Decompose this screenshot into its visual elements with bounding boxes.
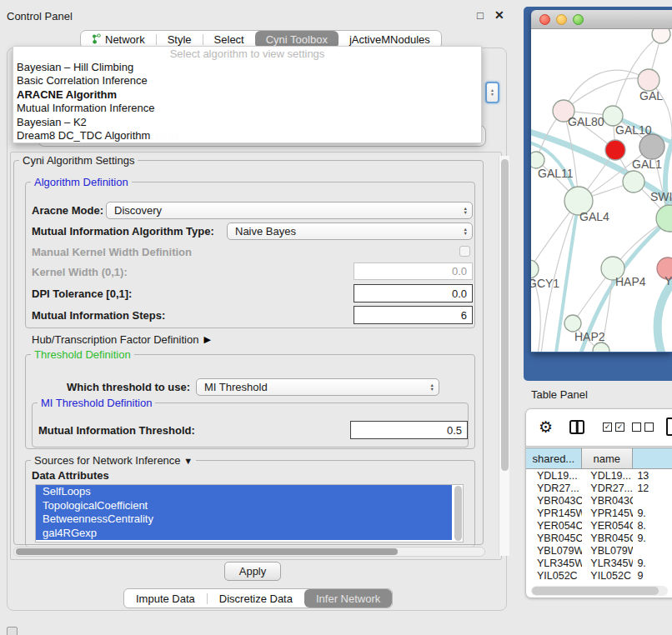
tab-impute-data-label: Impute Data bbox=[136, 592, 195, 605]
data-attributes-label: Data Attributes bbox=[32, 468, 109, 482]
checkbox-unchecked-icon[interactable] bbox=[632, 422, 641, 432]
attribute-list-scrollbar[interactable] bbox=[454, 486, 462, 541]
cell-name: YLR345W bbox=[582, 558, 633, 569]
mi-algorithm-type-value: Naive Bayes bbox=[235, 225, 296, 238]
algorithm-definition-title: Algorithm Definition bbox=[31, 176, 132, 188]
mi-threshold-label: Mutual Information Threshold: bbox=[38, 423, 195, 437]
node-hap2[interactable] bbox=[564, 315, 581, 332]
split-columns-icon[interactable] bbox=[569, 420, 584, 434]
algorithm-combo-arrow-button[interactable]: ▲ ▼ bbox=[485, 82, 499, 103]
tab-impute-data[interactable]: Impute Data bbox=[124, 589, 207, 608]
node-label-gal11: GAL11 bbox=[538, 167, 574, 180]
mi-algorithm-type-label: Mutual Information Algorithm Type: bbox=[32, 224, 214, 238]
node-label-gal-partial: GAL bbox=[639, 89, 663, 102]
settings-vscroll-thumb[interactable] bbox=[501, 159, 509, 471]
which-threshold-value: MI Threshold bbox=[204, 381, 268, 393]
attribute-item-topologicalcoefficient[interactable]: TopologicalCoefficient bbox=[36, 499, 452, 513]
algorithm-option-dream8[interactable]: Dream8 DC_TDC Algorithm bbox=[13, 129, 481, 142]
manual-kernel-width-checkbox[interactable] bbox=[459, 246, 470, 257]
tab-discretize-data[interactable]: Discretize Data bbox=[208, 589, 304, 608]
column-header-clipped[interactable] bbox=[633, 448, 672, 468]
cell-name: YDL19... bbox=[582, 470, 633, 482]
table-body: YDL19...YDL19...13 YDR27...YDR27...12 YB… bbox=[526, 469, 672, 582]
zoom-window-icon[interactable] bbox=[573, 14, 584, 25]
network-window-titlebar[interactable] bbox=[531, 10, 672, 29]
node-gcy1[interactable] bbox=[531, 260, 539, 278]
which-threshold-combo[interactable]: MI Threshold ▲▼ bbox=[196, 378, 439, 396]
cell-name: YDR27... bbox=[582, 482, 633, 494]
table-row[interactable]: YER054CYER054C8. bbox=[526, 519, 672, 532]
mi-threshold-definition-title: MI Threshold Definition bbox=[38, 397, 155, 409]
algorithm-option-mutual-information[interactable]: Mutual Information Inference bbox=[13, 102, 481, 115]
combo-down-arrow-icon: ▼ bbox=[490, 92, 494, 97]
mi-steps-field[interactable]: 6 bbox=[354, 306, 473, 324]
kernel-width-label: Kernel Width (0,1): bbox=[32, 265, 128, 278]
table-row[interactable]: YIL052CYIL052C9 bbox=[526, 569, 672, 582]
control-panel-titlebar: Control Panel □ ✕ bbox=[0, 0, 510, 22]
attribute-item-selfloops[interactable]: SelfLoops bbox=[36, 485, 452, 499]
sources-group-title-row[interactable]: Sources for Network Inference ▼ bbox=[31, 454, 196, 467]
table-row[interactable]: YPR145WYPR145W9. bbox=[526, 507, 672, 519]
node-label-swi4: SWI4 bbox=[650, 190, 672, 203]
close-window-icon[interactable] bbox=[539, 14, 550, 25]
minimize-window-icon[interactable] bbox=[556, 14, 567, 25]
aracne-mode-combo[interactable]: Discovery ▲▼ bbox=[106, 202, 473, 219]
settings-hscroll-thumb[interactable] bbox=[16, 548, 398, 555]
table-hscroll-thumb[interactable] bbox=[532, 587, 659, 595]
mi-threshold-field[interactable]: 0.5 bbox=[350, 421, 468, 439]
tab-infer-network[interactable]: Infer Network bbox=[304, 589, 392, 608]
node-label-hap4: HAP4 bbox=[615, 275, 646, 288]
node-gal11[interactable] bbox=[531, 152, 544, 168]
node-red-selected[interactable] bbox=[605, 140, 625, 160]
node-gray-hub[interactable] bbox=[639, 134, 664, 159]
gear-icon[interactable]: ⚙ bbox=[539, 418, 553, 437]
algorithm-option-basic-correlation[interactable]: Basic Correlation Inference bbox=[13, 74, 481, 88]
checkbox-checked-icon[interactable]: ✓ bbox=[615, 422, 624, 432]
checkbox-checked-icon[interactable]: ✓ bbox=[603, 422, 612, 432]
attribute-item-betweennesscentrality[interactable]: BetweennessCentrality bbox=[36, 512, 452, 527]
tab-network-label: Network bbox=[105, 33, 145, 46]
float-panel-icon[interactable]: □ bbox=[477, 9, 484, 22]
sources-group-title: Sources for Network Inference bbox=[34, 454, 181, 467]
aracne-mode-value: Discovery bbox=[114, 204, 162, 217]
algorithm-option-aracne[interactable]: ARACNE Algorithm bbox=[13, 88, 481, 102]
mi-algorithm-type-combo[interactable]: Naive Bayes ▲▼ bbox=[227, 222, 473, 240]
node-gal-partial[interactable] bbox=[638, 69, 659, 91]
column-header-shared-name[interactable]: shared... bbox=[526, 448, 582, 468]
node-unlabeled-bottom[interactable] bbox=[593, 342, 609, 352]
node-gal1[interactable] bbox=[623, 171, 644, 192]
node-label-gcy1: GCY1 bbox=[531, 277, 559, 290]
network-canvas[interactable]: GAL GAL80 GAL10 GAL11 GAL1 SWI4 GAL4 GCY… bbox=[531, 29, 672, 352]
settings-horizontal-scrollbar[interactable] bbox=[13, 547, 485, 557]
hub-definition-expander[interactable]: Hub/Transcription Factor Definition ▶ bbox=[32, 332, 211, 346]
table-panel-window: ⚙ ✓ ✓ shared... name YDL19...YDL19...13 … bbox=[525, 408, 672, 598]
dpi-tolerance-field[interactable]: 0.0 bbox=[354, 284, 473, 302]
attribute-item-gal4rgexp[interactable]: gal4RGexp bbox=[36, 527, 452, 541]
threshold-definition-title: Threshold Definition bbox=[31, 348, 134, 361]
app-window: Control Panel □ ✕ Network Style Select bbox=[0, 0, 672, 635]
expander-down-arrow-icon: ▼ bbox=[183, 456, 193, 466]
minimized-panel-icon[interactable] bbox=[7, 627, 18, 635]
algorithm-option-bayesian-k2[interactable]: Bayesian – K2 bbox=[13, 116, 481, 129]
close-panel-icon[interactable]: ✕ bbox=[494, 8, 504, 22]
export-table-icon[interactable] bbox=[666, 418, 672, 436]
checkbox-unchecked-icon[interactable] bbox=[644, 422, 654, 432]
algorithm-option-bayesian-hill-climbing[interactable]: Bayesian – Hill Climbing bbox=[13, 61, 481, 74]
table-horizontal-scrollbar[interactable] bbox=[531, 586, 668, 596]
settings-vertical-scrollbar[interactable] bbox=[499, 156, 509, 556]
cell-value: 9. bbox=[633, 508, 672, 519]
kernel-width-field[interactable]: 0.0 bbox=[354, 262, 473, 280]
column-header-name[interactable]: name bbox=[582, 448, 633, 468]
table-row[interactable]: YBR043CYBR043C bbox=[526, 494, 672, 507]
table-panel-title: Table Panel bbox=[531, 388, 588, 401]
table-row[interactable]: YLR345WYLR345W9. bbox=[526, 557, 672, 569]
table-row[interactable]: YDL19...YDL19...13 bbox=[526, 469, 672, 482]
node-unlabeled-top[interactable] bbox=[652, 29, 670, 43]
table-row[interactable]: YBL079WYBL079W bbox=[526, 544, 672, 557]
table-row[interactable]: YBR045CYBR045C9. bbox=[526, 532, 672, 544]
table-row[interactable]: YDR27...YDR27...12 bbox=[526, 482, 672, 494]
algorithm-dropdown-placeholder: Select algorithm to view settings bbox=[13, 47, 481, 61]
combo-arrows-icon: ▲▼ bbox=[464, 207, 468, 215]
apply-button[interactable]: Apply bbox=[224, 562, 281, 581]
table-toolbar: ⚙ ✓ ✓ bbox=[526, 409, 672, 447]
